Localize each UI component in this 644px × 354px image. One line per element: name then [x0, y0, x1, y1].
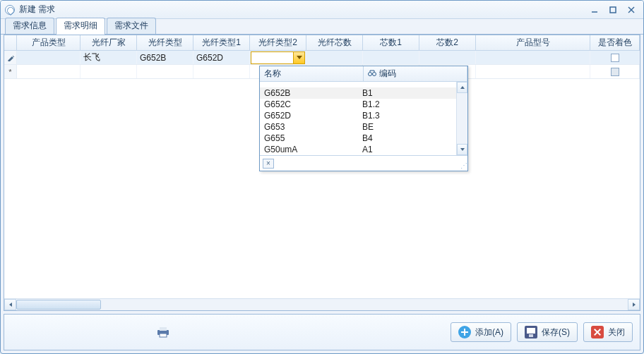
grid-header: 产品类型 光纤厂家 光纤类型 光纤类型1 光纤类型2 光纤芯数 芯数1 芯数2 …: [4, 35, 640, 51]
col-header-fiber-cores[interactable]: 光纤芯数: [306, 35, 363, 50]
row-indicator-header: [4, 35, 17, 50]
scroll-down-button[interactable]: [457, 144, 467, 155]
cell-fiber-type[interactable]: [137, 65, 193, 78]
app-icon: [5, 5, 15, 15]
fiber-type2-dropdown-button[interactable]: [293, 52, 304, 63]
cell-fiber-maker[interactable]: 长飞: [80, 51, 137, 64]
row-indicator-editing-icon: [4, 51, 17, 64]
print-icon[interactable]: [155, 326, 171, 338]
colored-checkbox[interactable]: [611, 68, 619, 76]
option-name: G652D: [260, 110, 358, 121]
scroll-up-button[interactable]: [457, 82, 467, 93]
tab-strip: 需求信息 需求明细 需求文件: [1, 19, 643, 35]
fiber-type2-dropdown-popup[interactable]: 名称 编码 G652BB1 G652CB1.2 G652DB1.3 G653BE…: [259, 66, 468, 171]
grid-panel: 产品类型 光纤厂家 光纤类型 光纤类型1 光纤类型2 光纤芯数 芯数1 芯数2 …: [4, 35, 640, 311]
cell-fiber-type[interactable]: G652B: [137, 51, 193, 64]
close-button[interactable]: 关闭: [583, 322, 633, 342]
dropdown-option[interactable]: G655B4: [260, 133, 456, 144]
close-icon: [591, 326, 604, 338]
resize-grip-icon[interactable]: ⋰: [460, 161, 466, 169]
scroll-thumb[interactable]: [16, 300, 101, 310]
dropdown-header: 名称 编码: [260, 66, 467, 82]
col-header-fiber-maker[interactable]: 光纤厂家: [80, 35, 137, 50]
fiber-type2-input[interactable]: [251, 52, 293, 63]
option-name: G652B: [260, 87, 358, 99]
svg-line-2: [628, 7, 634, 13]
title-bar: 新建 需求: [1, 1, 643, 19]
scroll-right-button[interactable]: [628, 299, 640, 310]
svg-line-3: [628, 7, 634, 13]
cell-cores1[interactable]: [363, 51, 419, 64]
chevron-down-icon: [297, 56, 302, 60]
option-name: G652C: [260, 99, 358, 110]
dropdown-option[interactable]: G653BE: [260, 121, 456, 133]
cell-cores2[interactable]: [419, 51, 476, 64]
dropdown-option[interactable]: G50umAA1: [260, 144, 456, 155]
fiber-type2-dropdown-editor[interactable]: [251, 51, 305, 64]
scroll-track[interactable]: [16, 299, 628, 310]
close-button-label: 关闭: [608, 326, 625, 338]
option-name: G655: [260, 133, 358, 144]
dropdown-list[interactable]: G652BB1 G652CB1.2 G652DB1.3 G653BE G655B…: [260, 82, 467, 155]
cell-colored[interactable]: [590, 51, 640, 64]
cell-fiber-cores[interactable]: [306, 51, 363, 64]
col-header-model[interactable]: 产品型号: [476, 35, 590, 50]
plus-icon: [458, 326, 471, 338]
dropdown-close-button[interactable]: ×: [263, 159, 274, 169]
row-indicator-new-icon: *: [4, 65, 17, 78]
window-title: 新建 需求: [19, 4, 584, 16]
cell-model[interactable]: [476, 51, 590, 64]
add-button-label: 添加(A): [475, 326, 503, 338]
option-code: B1.3: [358, 110, 456, 121]
grid-horizontal-scrollbar[interactable]: [4, 298, 640, 310]
save-icon: [525, 326, 537, 338]
col-header-fiber-type[interactable]: 光纤类型: [137, 35, 193, 50]
col-header-product-type[interactable]: 产品类型: [17, 35, 80, 50]
close-window-button[interactable]: [624, 4, 639, 16]
cell-product-type[interactable]: [17, 65, 80, 78]
dropdown-option[interactable]: G652DB1.3: [260, 110, 456, 121]
col-header-cores1[interactable]: 芯数1: [363, 35, 419, 50]
option-code: B1.2: [358, 99, 456, 110]
tab-files[interactable]: 需求文件: [107, 18, 156, 34]
col-header-fiber-type2[interactable]: 光纤类型2: [250, 35, 306, 50]
cell-model[interactable]: [476, 65, 590, 78]
cell-fiber-type1[interactable]: G652D: [193, 51, 250, 64]
col-header-fiber-type1[interactable]: 光纤类型1: [193, 35, 250, 50]
save-button-label: 保存(S): [542, 326, 570, 338]
dropdown-scrollbar[interactable]: [456, 82, 467, 155]
option-name: G50umA: [260, 144, 358, 155]
svg-point-5: [373, 72, 376, 75]
cell-fiber-maker[interactable]: [80, 65, 137, 78]
cell-colored[interactable]: [590, 65, 640, 78]
svg-rect-8: [160, 334, 167, 337]
option-code: B4: [358, 133, 456, 144]
tab-detail[interactable]: 需求明细: [56, 18, 105, 35]
col-header-colored[interactable]: 是否着色: [590, 35, 640, 50]
save-button[interactable]: 保存(S): [517, 322, 578, 342]
cell-fiber-type1[interactable]: [193, 65, 250, 78]
option-code: B1: [358, 87, 456, 99]
cell-product-type[interactable]: [17, 51, 80, 64]
dropdown-footer: × ⋰: [260, 155, 467, 171]
maximize-button[interactable]: [605, 4, 621, 16]
table-row[interactable]: 长飞 G652B G652D: [4, 51, 640, 65]
binoculars-icon: [368, 69, 376, 79]
dropdown-col-code[interactable]: 编码: [364, 66, 467, 81]
dropdown-option[interactable]: G652CB1.2: [260, 99, 456, 110]
col-header-cores2[interactable]: 芯数2: [419, 35, 476, 50]
svg-rect-1: [610, 7, 616, 13]
minimize-button[interactable]: [587, 4, 602, 16]
footer-bar: 添加(A) 保存(S) 关闭: [4, 314, 640, 350]
scroll-left-button[interactable]: [4, 299, 16, 310]
tab-info[interactable]: 需求信息: [5, 18, 54, 34]
svg-point-4: [369, 72, 372, 75]
add-button[interactable]: 添加(A): [451, 322, 511, 342]
cell-fiber-type2[interactable]: [250, 51, 306, 64]
dropdown-option[interactable]: G652BB1: [260, 87, 456, 99]
dropdown-col-name-label: 名称: [264, 68, 281, 80]
scroll-track[interactable]: [457, 93, 467, 144]
option-code: BE: [358, 121, 456, 133]
colored-checkbox[interactable]: [611, 54, 619, 62]
dropdown-col-name[interactable]: 名称: [260, 66, 364, 81]
